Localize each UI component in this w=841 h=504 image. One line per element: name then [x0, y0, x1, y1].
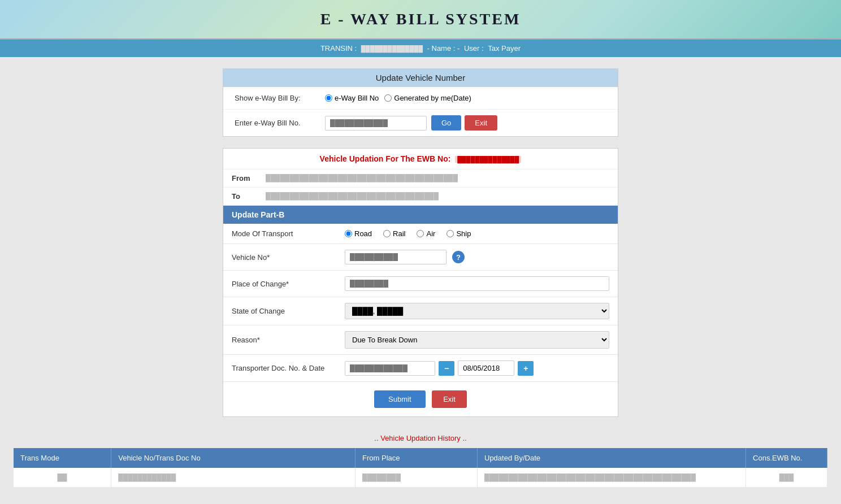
transin-value: ██████████████ [361, 45, 423, 52]
place-change-cell [336, 271, 618, 297]
enter-bill-label: Enter e-Way Bill No. [235, 119, 325, 127]
radio-road-input[interactable] [345, 230, 352, 237]
exit-button-top[interactable]: Exit [465, 115, 497, 131]
radio-generated-by-me[interactable]: Generated by me(Date) [384, 94, 471, 102]
update-partb-header: Update Part-B [223, 206, 618, 224]
to-value: ████████████████████████████████████ [266, 192, 439, 201]
col-cons-ewb: Cons.EWB No. [746, 448, 827, 468]
reason-row: Reason* Due To Break Down Others First T… [223, 325, 618, 355]
radio-rail[interactable]: Rail [383, 229, 405, 238]
state-change-row: State of Change ████, █████ [223, 297, 618, 325]
show-eway-options: e-Way Bill No Generated by me(Date) [325, 94, 471, 102]
trans-doc-minus-button[interactable]: − [439, 361, 454, 376]
radio-ship-input[interactable] [446, 230, 454, 237]
vehicle-no-row: Vehicle No* ? [223, 244, 618, 271]
enter-bill-row: Enter e-Way Bill No. Go Exit [223, 110, 618, 136]
history-table: Trans Mode Vehicle No/Trans Doc No From … [14, 448, 827, 488]
from-label: From [232, 174, 266, 183]
col-vehicle-no: Vehicle No/Trans Doc No [111, 448, 356, 468]
col-trans-mode: Trans Mode [14, 448, 111, 468]
page-title: Update Vehicle Number [223, 68, 618, 87]
place-change-label: Place of Change* [223, 271, 336, 297]
trans-doc-row: Transporter Doc. No. & Date − + [223, 355, 618, 382]
radio-ship[interactable]: Ship [446, 229, 471, 238]
history-row: ██ ████████████ ████████ ███████████████… [14, 468, 827, 488]
show-eway-label: Show e-Way Bill By: [235, 94, 325, 102]
state-change-select[interactable]: ████, █████ [345, 303, 609, 319]
radio-generated-by-me-input[interactable] [384, 94, 392, 102]
ewb-no: ██████████████ [455, 156, 521, 163]
partb-table: Mode Of Transport Road Rail Air [223, 224, 618, 382]
submit-button[interactable]: Submit [374, 390, 425, 408]
radio-ship-label: Ship [456, 229, 471, 238]
radio-air-label: Air [426, 229, 435, 238]
radio-eway-bill-no[interactable]: e-Way Bill No [325, 94, 379, 102]
nav-bar: TRANSIN : ██████████████ - Name : - User… [0, 40, 841, 57]
reason-label: Reason* [223, 325, 336, 355]
radio-generated-by-me-label: Generated by me(Date) [394, 94, 471, 102]
history-cons-ewb: ███ [746, 468, 827, 488]
radio-air[interactable]: Air [417, 229, 435, 238]
from-row: From ███████████████████████████████████… [223, 170, 618, 188]
history-updated-by: ████████████████████████████████████████… [478, 468, 746, 488]
col-updated-by: Updated By/Date [478, 448, 746, 468]
col-from-place: From Place [356, 448, 478, 468]
app-title: E - WAY BILL SYSTEM [320, 10, 521, 28]
place-change-input[interactable] [345, 276, 609, 291]
trans-doc-cell: − + [336, 355, 618, 382]
ewb-title: Vehicle Updation For The EWB No: ███████… [223, 149, 618, 170]
trans-doc-label: Transporter Doc. No. & Date [223, 355, 336, 382]
exit-button-form[interactable]: Exit [432, 390, 467, 408]
reason-select[interactable]: Due To Break Down Others First Time In T… [345, 331, 609, 349]
history-from-place: ████████ [356, 468, 478, 488]
to-label: To [232, 192, 266, 201]
radio-air-input[interactable] [417, 230, 424, 237]
vehicle-help-icon[interactable]: ? [452, 251, 465, 263]
transport-mode-options: Road Rail Air Ship [336, 224, 618, 244]
submit-row: Submit Exit [223, 382, 618, 416]
user-type: Tax Payer [488, 44, 521, 53]
history-title: .. Vehicle Updation History .. [14, 428, 827, 448]
name-label: - Name : - [427, 44, 460, 53]
user-label: User : [464, 44, 484, 53]
radio-road[interactable]: Road [345, 229, 372, 238]
vehicle-no-cell: ? [336, 244, 618, 271]
eway-bill-input[interactable] [325, 116, 427, 131]
reason-cell: Due To Break Down Others First Time In T… [336, 325, 618, 355]
history-header-row: Trans Mode Vehicle No/Trans Doc No From … [14, 448, 827, 468]
vehicle-no-label: Vehicle No* [223, 244, 336, 271]
trans-doc-plus-button[interactable]: + [518, 361, 534, 376]
transin-label: TRANSIN : [320, 44, 357, 53]
trans-doc-input[interactable] [345, 361, 435, 376]
to-row: To ████████████████████████████████████ [223, 188, 618, 206]
state-change-cell: ████, █████ [336, 297, 618, 325]
transport-mode-label: Mode Of Transport [223, 224, 336, 244]
radio-rail-input[interactable] [383, 230, 391, 237]
show-eway-row: Show e-Way Bill By: e-Way Bill No Genera… [223, 87, 618, 110]
state-change-label: State of Change [223, 297, 336, 325]
radio-road-label: Road [354, 229, 372, 238]
place-change-row: Place of Change* [223, 271, 618, 297]
radio-eway-bill-no-input[interactable] [325, 94, 332, 102]
radio-eway-bill-no-label: e-Way Bill No [335, 94, 379, 102]
history-vehicle-no: ████████████ [111, 468, 356, 488]
go-button[interactable]: Go [431, 115, 461, 131]
header-banner: E - WAY BILL SYSTEM [0, 0, 841, 40]
vehicle-no-input[interactable] [345, 250, 446, 264]
ewb-title-prefix: Vehicle Updation For The EWB No: [320, 154, 451, 163]
from-value: ████████████████████████████████████████ [266, 174, 458, 183]
transport-mode-row: Mode Of Transport Road Rail Air [223, 224, 618, 244]
trans-doc-date-input[interactable] [458, 360, 514, 376]
radio-rail-label: Rail [393, 229, 405, 238]
history-trans-mode: ██ [14, 468, 111, 488]
